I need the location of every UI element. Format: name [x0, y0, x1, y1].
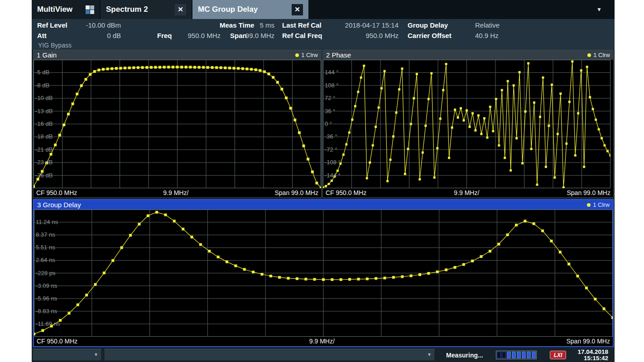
perdiv-label: 9.9 MHz/ — [309, 338, 335, 345]
progress-segment — [517, 352, 521, 358]
group-delay-label: Group Delay — [408, 21, 448, 29]
tab-multiview-label: MultiView — [37, 5, 72, 14]
tab-mc-group-delay[interactable]: MC Group Delay ✕ — [192, 0, 308, 19]
y-axis-tick-label: -11.69 ns — [36, 320, 60, 327]
y-axis-tick-label: 36 ° — [325, 108, 335, 114]
measurement-progress-bar — [496, 351, 537, 359]
y-axis-tick-label: 8.37 ns — [36, 231, 55, 238]
y-axis-tick-label: -144 ° — [325, 172, 341, 179]
chevron-down-icon[interactable]: ▼ — [590, 0, 608, 19]
y-axis-tick-label: -72 ° — [325, 146, 337, 153]
y-axis-tick-label: -18 dB — [35, 133, 53, 140]
cf-label: CF 950.0 MHz — [37, 338, 77, 345]
trace-color-dot — [587, 203, 591, 207]
close-icon[interactable]: ✕ — [292, 4, 303, 15]
y-axis-tick-label: -8.83 ns — [36, 308, 57, 314]
phase-window-titlebar[interactable]: 2 Phase 1 Clrw — [323, 50, 613, 60]
analyzer-screen: MultiView Spectrum 2 ✕ MC Group Delay ✕ … — [32, 0, 615, 362]
tab-spectrum-2-label: Spectrum 2 — [106, 5, 148, 14]
ref-level-value[interactable]: -10.00 dBm — [73, 21, 121, 29]
att-value[interactable]: 0 dB — [73, 32, 121, 39]
close-icon[interactable]: ✕ — [175, 4, 186, 15]
carrier-offset-value[interactable]: 40.9 Hz — [475, 32, 499, 39]
y-axis-tick-label: -23 dB — [35, 159, 53, 166]
y-axis-tick-label: -16 dB — [35, 120, 53, 127]
trace-legend-label: 1 Clrw — [593, 201, 610, 208]
y-axis-tick-label: -108 ° — [325, 159, 341, 166]
group-delay-window-titlebar[interactable]: 3 Group Delay 1 Clrw — [34, 200, 613, 210]
y-axis-tick-label: -8 dB — [35, 82, 49, 89]
y-axis-tick-label: 5.51 ns — [36, 244, 55, 251]
group-delay-x-axis: CF 950.0 MHz 9.9 MHz/ Span 99.0 MHz — [34, 337, 613, 346]
time-value: 15:15:42 — [577, 355, 608, 362]
y-axis-tick-label: 0 ° — [325, 120, 332, 127]
y-axis-tick-label: -13 dB — [35, 108, 53, 114]
tab-bar: MultiView Spectrum 2 ✕ MC Group Delay ✕ … — [32, 0, 615, 19]
progress-segment — [532, 352, 536, 358]
y-axis-tick-label: -26 dB — [35, 172, 53, 179]
phase-x-axis: CF 950.0 MHz 9.9 MHz/ Span 99.0 MHz — [323, 188, 613, 197]
date-value: 17.04.2018 — [577, 349, 608, 355]
y-axis-tick-label: 108 ° — [325, 82, 339, 89]
y-axis-tick-label: 2.64 ns — [36, 257, 55, 263]
freq-value[interactable]: 950.0 MHz — [178, 32, 221, 39]
perdiv-label: 9.9 MHz/ — [454, 189, 479, 196]
window-title: 1 Gain — [37, 51, 57, 59]
tab-mc-group-delay-label: MC Group Delay — [198, 5, 258, 14]
tab-spectrum-2[interactable]: Spectrum 2 ✕ — [101, 0, 192, 19]
phase-window[interactable]: 2 Phase 1 Clrw 144 °108 °72 °36 °0 °-36 … — [322, 50, 614, 198]
y-axis-tick-label: 72 ° — [325, 95, 335, 101]
lxi-logo: LXI — [550, 351, 566, 359]
window-title: 3 Group Delay — [37, 201, 81, 209]
phase-plot[interactable]: 144 °108 °72 °36 °0 °-36 °-72 °-108 °-14… — [323, 60, 610, 188]
meas-time-value[interactable]: 5 ms — [248, 21, 274, 29]
att-label: Att — [37, 32, 47, 39]
ref-cal-freq-value[interactable]: 950.0 MHz — [325, 32, 399, 39]
y-axis-tick-label: -5.96 ns — [36, 295, 57, 302]
measuring-status: Measuring... — [446, 352, 483, 359]
trace-legend: 1 Clrw — [295, 52, 318, 58]
group-delay-value[interactable]: Relative — [475, 21, 500, 29]
window-title: 2 Phase — [326, 51, 351, 59]
cf-label: CF 950.0 MHz — [326, 189, 366, 196]
gain-window[interactable]: 1 Gain 1 Clrw -5 dB-8 dB-10 dB-13 dB-16 … — [33, 50, 322, 198]
trace-legend-label: 1 Clrw — [593, 52, 610, 58]
perdiv-label: 9.9 MHz/ — [163, 189, 188, 196]
y-axis-tick-label: -5 dB — [35, 69, 49, 76]
y-axis-tick-label: 11.24 ns — [36, 219, 58, 225]
status-bar: ▼ ▼ Measuring... LXI 17.04.2018 15:15:42 — [32, 348, 615, 362]
yig-bypass-status: YIG Bypass — [38, 42, 72, 49]
status-dropdown-left[interactable]: ▼ — [33, 349, 101, 361]
measurement-header: Ref Level -10.00 dBm Meas Time 5 ms Last… — [32, 19, 615, 50]
trace-color-dot — [295, 53, 299, 57]
status-message-dropdown[interactable]: ▼ — [104, 349, 435, 361]
gain-x-axis: CF 950.0 MHz 9.9 MHz/ Span 99.0 MHz — [34, 188, 321, 197]
group-delay-plot[interactable]: 11.24 ns8.37 ns5.51 ns2.64 ns-228 ps-3.0… — [34, 210, 613, 337]
trace-legend: 1 Clrw — [587, 52, 610, 58]
tab-multiview[interactable]: MultiView — [32, 0, 100, 19]
trace-legend-label: 1 Clrw — [301, 52, 318, 58]
last-ref-cal-label: Last Ref Cal — [282, 21, 322, 29]
multiview-grid-icon — [86, 5, 94, 14]
ref-level-label: Ref Level — [37, 21, 67, 29]
ref-cal-freq-label: Ref Cal Freq — [282, 32, 322, 39]
trace-legend: 1 Clrw — [587, 201, 610, 208]
gain-plot[interactable]: -5 dB-8 dB-10 dB-13 dB-16 dB-18 dB-21 dB… — [34, 60, 321, 188]
cf-label: CF 950.0 MHz — [36, 189, 77, 196]
last-ref-cal-value[interactable]: 2018-04-17 15:14 — [325, 21, 399, 29]
span-label: Span 99.0 MHz — [566, 338, 610, 345]
gain-window-titlebar[interactable]: 1 Gain 1 Clrw — [34, 50, 321, 60]
group-delay-window[interactable]: 3 Group Delay 1 Clrw 11.24 ns8.37 ns5.51… — [33, 199, 614, 347]
carrier-offset-label: Carrier Offset — [408, 32, 452, 39]
chevron-down-icon: ▼ — [427, 352, 432, 357]
datetime-display: 17.04.2018 15:15:42 — [577, 349, 608, 362]
chevron-down-icon: ▼ — [94, 352, 98, 357]
progress-segment — [497, 352, 501, 358]
trace-color-dot — [587, 53, 591, 57]
y-axis-tick-label: -21 dB — [35, 146, 53, 153]
span-value[interactable]: 99.0 MHz — [239, 32, 274, 39]
y-axis-tick-label: -3.09 ns — [36, 282, 57, 289]
y-axis-tick-label: -10 dB — [35, 95, 53, 101]
y-axis-tick-label: -228 ps — [36, 270, 55, 276]
progress-segment — [507, 352, 511, 358]
